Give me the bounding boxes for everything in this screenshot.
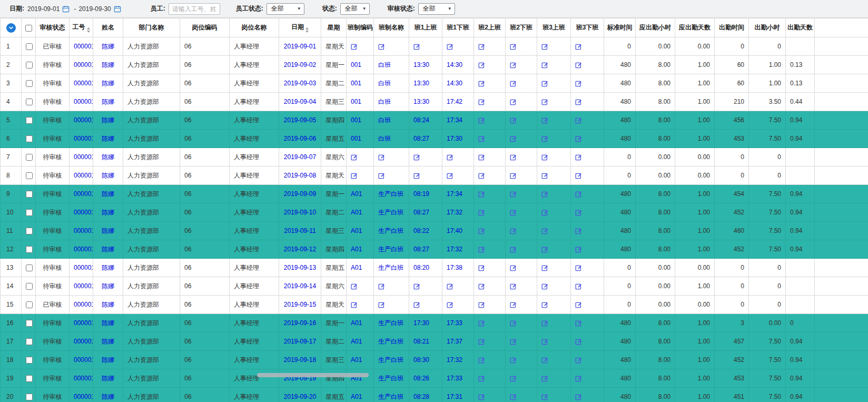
name-link[interactable]: 陈娜 <box>102 98 114 105</box>
emp-id-link[interactable]: 000001 <box>74 98 93 105</box>
edit-icon[interactable] <box>351 43 358 50</box>
edit-icon[interactable] <box>478 209 485 216</box>
edit-icon[interactable] <box>575 43 582 50</box>
edit-icon[interactable] <box>510 394 517 400</box>
name-link[interactable]: 陈娜 <box>102 264 114 271</box>
edit-icon[interactable] <box>413 43 420 50</box>
edit-icon[interactable] <box>351 172 358 179</box>
date-link[interactable]: 2019-09-09 <box>284 190 316 198</box>
edit-icon[interactable] <box>575 117 582 124</box>
edit-icon[interactable] <box>575 338 582 345</box>
edit-icon[interactable] <box>510 228 517 234</box>
calendar-icon[interactable] <box>114 5 121 13</box>
row-checkbox[interactable] <box>26 99 33 105</box>
edit-icon[interactable] <box>378 283 385 290</box>
s1-out-link[interactable]: 17:33 <box>447 319 462 327</box>
edit-icon[interactable] <box>478 43 485 50</box>
emp-id-link[interactable]: 000001 <box>74 393 93 400</box>
s1-in-link[interactable]: 08:27 <box>413 246 429 253</box>
emp-id-link[interactable]: 000001 <box>74 319 93 327</box>
row-checkbox[interactable] <box>26 246 33 253</box>
shift-name-link[interactable]: 白班 <box>378 135 391 142</box>
edit-icon[interactable] <box>478 191 485 198</box>
date-link[interactable]: 2019-09-07 <box>284 153 316 161</box>
s1-in-link[interactable]: 08:24 <box>413 116 429 124</box>
row-checkbox[interactable] <box>26 191 33 198</box>
edit-icon[interactable] <box>575 264 582 271</box>
emp-id-link[interactable]: 000001 <box>74 190 93 198</box>
edit-icon[interactable] <box>541 99 548 105</box>
edit-icon[interactable] <box>575 172 582 179</box>
s1-in-link[interactable]: 08:27 <box>413 209 429 216</box>
emp-id-link[interactable]: 000001 <box>74 264 93 271</box>
s1-out-link[interactable]: 17:34 <box>447 190 462 198</box>
edit-icon[interactable] <box>378 172 385 179</box>
emp-id-link[interactable]: 000001 <box>74 338 93 345</box>
name-link[interactable]: 陈娜 <box>102 338 114 345</box>
date-link[interactable]: 2019-09-02 <box>284 61 316 68</box>
edit-icon[interactable] <box>575 80 582 87</box>
shift-code-link[interactable]: A01 <box>351 227 362 234</box>
row-checkbox[interactable] <box>26 117 33 124</box>
s1-in-link[interactable]: 08:19 <box>413 190 429 198</box>
shift-code-link[interactable]: 001 <box>351 116 361 124</box>
edit-icon[interactable] <box>478 283 485 290</box>
s1-in-link[interactable]: 08:28 <box>413 393 429 400</box>
edit-icon[interactable] <box>575 135 582 142</box>
name-link[interactable]: 陈娜 <box>102 135 114 142</box>
s1-in-link[interactable]: 17:30 <box>413 319 429 327</box>
s1-out-link[interactable]: 17:38 <box>447 264 462 271</box>
row-checkbox[interactable] <box>26 62 33 68</box>
row-checkbox[interactable] <box>26 80 33 87</box>
edit-icon[interactable] <box>478 394 485 400</box>
s1-in-link[interactable]: 08:27 <box>413 135 429 142</box>
row-checkbox[interactable] <box>26 301 33 308</box>
shift-code-link[interactable]: 001 <box>351 61 361 68</box>
edit-icon[interactable] <box>510 264 517 271</box>
edit-icon[interactable] <box>447 172 453 179</box>
shift-name-link[interactable]: 生产白班 <box>378 356 403 364</box>
name-link[interactable]: 陈娜 <box>102 393 114 400</box>
employee-search-input[interactable] <box>169 3 220 15</box>
date-link[interactable]: 2019-09-14 <box>284 282 316 290</box>
s1-in-link[interactable]: 13:30 <box>413 98 429 105</box>
edit-icon[interactable] <box>541 375 548 382</box>
edit-icon[interactable] <box>541 301 548 308</box>
edit-icon[interactable] <box>413 172 420 179</box>
shift-name-link[interactable]: 生产白班 <box>378 190 403 198</box>
s1-in-link[interactable]: 08:26 <box>413 375 429 382</box>
edit-icon[interactable] <box>541 283 548 290</box>
shift-name-link[interactable]: 生产白班 <box>378 209 403 216</box>
name-link[interactable]: 陈娜 <box>102 301 114 308</box>
row-checkbox[interactable] <box>26 154 33 161</box>
shift-name-link[interactable]: 生产白班 <box>378 375 403 382</box>
shift-name-link[interactable]: 白班 <box>378 116 391 124</box>
s1-out-link[interactable]: 17:37 <box>447 338 462 345</box>
edit-icon[interactable] <box>541 264 548 271</box>
edit-icon[interactable] <box>541 338 548 345</box>
edit-icon[interactable] <box>378 154 385 161</box>
edit-icon[interactable] <box>575 394 582 400</box>
name-link[interactable]: 陈娜 <box>102 375 114 382</box>
edit-icon[interactable] <box>541 320 548 327</box>
row-checkbox[interactable] <box>26 283 33 290</box>
name-link[interactable]: 陈娜 <box>102 153 114 161</box>
shift-code-link[interactable]: A01 <box>351 356 362 364</box>
edit-icon[interactable] <box>478 246 485 253</box>
edit-icon[interactable] <box>575 357 582 364</box>
name-link[interactable]: 陈娜 <box>102 319 114 327</box>
date-link[interactable]: 2019-09-12 <box>284 246 316 253</box>
name-link[interactable]: 陈娜 <box>102 356 114 364</box>
edit-icon[interactable] <box>478 228 485 234</box>
edit-icon[interactable] <box>575 283 582 290</box>
shift-name-link[interactable]: 白班 <box>378 98 391 105</box>
date-from-value[interactable]: 2019-09-01 <box>27 5 60 13</box>
row-checkbox[interactable] <box>26 135 33 142</box>
edit-icon[interactable] <box>510 117 517 124</box>
edit-icon[interactable] <box>575 228 582 234</box>
shift-name-link[interactable]: 生产白班 <box>378 227 403 234</box>
name-link[interactable]: 陈娜 <box>102 246 114 253</box>
s1-in-link[interactable]: 13:30 <box>413 61 429 68</box>
shift-code-link[interactable]: A01 <box>351 338 362 345</box>
edit-icon[interactable] <box>510 338 517 345</box>
